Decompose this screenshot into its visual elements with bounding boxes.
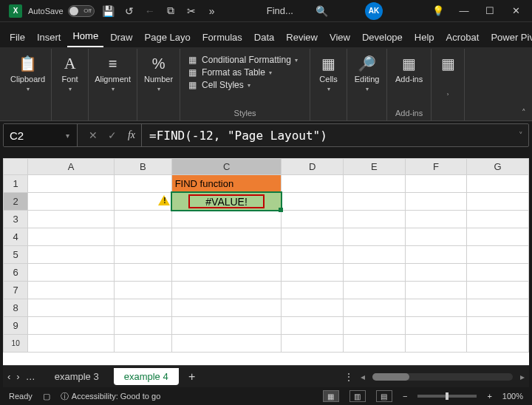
cell[interactable] bbox=[28, 264, 115, 282]
cell[interactable] bbox=[282, 175, 344, 193]
scroll-left-icon[interactable]: ◂ bbox=[361, 372, 365, 382]
cell[interactable] bbox=[114, 211, 171, 228]
cell[interactable] bbox=[282, 317, 344, 335]
clipboard-button[interactable]: 📋 Clipboard ▾ bbox=[10, 52, 45, 92]
select-all-corner[interactable] bbox=[4, 159, 28, 175]
tab-acrobat[interactable]: Acrobat bbox=[441, 27, 485, 47]
cell[interactable] bbox=[28, 211, 115, 228]
cell[interactable] bbox=[344, 228, 406, 246]
cell[interactable] bbox=[171, 299, 282, 317]
cell[interactable] bbox=[405, 282, 467, 299]
enter-formula-button[interactable]: ✓ bbox=[103, 124, 122, 146]
insert-function-button[interactable]: fx bbox=[122, 124, 141, 146]
cell[interactable] bbox=[405, 193, 467, 211]
cell[interactable] bbox=[467, 228, 529, 246]
tab-developer[interactable]: Develope bbox=[357, 27, 408, 47]
macro-record-icon[interactable]: ▢ bbox=[43, 392, 50, 401]
cell[interactable] bbox=[405, 246, 467, 264]
cell[interactable] bbox=[28, 228, 115, 246]
alignment-button[interactable]: ≡ Alignment ▾ bbox=[95, 52, 131, 92]
row-header[interactable]: 9 bbox=[4, 317, 28, 335]
cell[interactable] bbox=[467, 264, 529, 282]
cell[interactable] bbox=[171, 211, 282, 228]
formula-input[interactable]: =FIND(-12, "Page Layout") bbox=[142, 129, 514, 143]
cell[interactable] bbox=[467, 299, 529, 317]
format-as-table-button[interactable]: ▦Format as Table▾ bbox=[186, 67, 272, 78]
tab-powerpivot[interactable]: Power Piv bbox=[485, 27, 532, 47]
row-header[interactable]: 10 bbox=[4, 335, 28, 353]
font-button[interactable]: A Font ▾ bbox=[60, 52, 81, 92]
tab-home[interactable]: Home bbox=[67, 26, 103, 47]
zoom-in-button[interactable]: + bbox=[487, 392, 491, 401]
addins-button[interactable]: ▦ Add-ins bbox=[395, 52, 423, 84]
cell[interactable] bbox=[467, 317, 529, 335]
cell[interactable] bbox=[344, 299, 406, 317]
ribbon-overflow-button[interactable]: ▦ › bbox=[437, 52, 458, 98]
cell[interactable] bbox=[282, 211, 344, 228]
minimize-button[interactable]: — bbox=[457, 4, 471, 18]
cell[interactable] bbox=[344, 282, 406, 299]
cell[interactable] bbox=[467, 211, 529, 228]
col-header[interactable]: F bbox=[405, 159, 467, 175]
col-header[interactable]: B bbox=[114, 159, 171, 175]
cell[interactable] bbox=[344, 246, 406, 264]
tab-view[interactable]: View bbox=[324, 27, 355, 47]
cell[interactable] bbox=[114, 282, 171, 299]
cell[interactable] bbox=[171, 282, 282, 299]
sheet-prev-icon[interactable]: ‹ bbox=[7, 371, 10, 382]
cell[interactable] bbox=[405, 211, 467, 228]
cell[interactable] bbox=[282, 246, 344, 264]
lightbulb-icon[interactable]: 💡 bbox=[431, 4, 446, 18]
search-icon[interactable]: 🔍 bbox=[316, 5, 328, 17]
cell[interactable] bbox=[28, 335, 115, 353]
undo-icon[interactable]: ↺ bbox=[123, 5, 136, 17]
zoom-slider[interactable] bbox=[417, 395, 477, 398]
autosave-toggle[interactable]: AutoSave Off bbox=[28, 5, 95, 17]
cell-b2[interactable]: ! bbox=[114, 193, 171, 211]
cell[interactable] bbox=[171, 264, 282, 282]
cell[interactable] bbox=[282, 282, 344, 299]
qat-more-icon[interactable]: » bbox=[205, 5, 219, 17]
view-normal-button[interactable]: ▦ bbox=[323, 390, 339, 402]
cell[interactable] bbox=[467, 193, 529, 211]
zoom-out-button[interactable]: − bbox=[403, 392, 407, 401]
search-box[interactable]: Find... bbox=[267, 5, 293, 16]
cell[interactable] bbox=[344, 175, 406, 193]
cell[interactable] bbox=[114, 246, 171, 264]
chevron-down-icon[interactable]: ▾ bbox=[66, 132, 71, 140]
row-header[interactable]: 5 bbox=[4, 246, 28, 264]
editing-button[interactable]: 🔎 Editing ▾ bbox=[355, 52, 380, 92]
cell[interactable] bbox=[344, 317, 406, 335]
number-button[interactable]: % Number ▾ bbox=[144, 52, 173, 92]
cell[interactable] bbox=[28, 175, 115, 193]
cell[interactable] bbox=[171, 335, 282, 353]
cell[interactable] bbox=[282, 228, 344, 246]
sheet-next-icon[interactable]: › bbox=[16, 371, 19, 382]
tab-draw[interactable]: Draw bbox=[105, 27, 137, 47]
accessibility-status[interactable]: ⓘAccessibility: Good to go bbox=[61, 391, 160, 402]
cell[interactable] bbox=[405, 175, 467, 193]
col-header[interactable]: E bbox=[344, 159, 406, 175]
cell[interactable] bbox=[282, 299, 344, 317]
scroll-right-icon[interactable]: ▸ bbox=[520, 372, 525, 382]
collapse-ribbon-icon[interactable]: ˄ bbox=[522, 108, 526, 118]
cell[interactable] bbox=[344, 193, 406, 211]
cell[interactable] bbox=[114, 264, 171, 282]
cell[interactable] bbox=[114, 228, 171, 246]
cell[interactable] bbox=[28, 317, 115, 335]
cell[interactable] bbox=[467, 282, 529, 299]
col-header[interactable]: G bbox=[467, 159, 529, 175]
copy-icon[interactable]: ⧉ bbox=[164, 4, 177, 17]
cell[interactable] bbox=[467, 175, 529, 193]
cell[interactable] bbox=[114, 299, 171, 317]
tab-data[interactable]: Data bbox=[249, 27, 279, 47]
sheet-tab-active[interactable]: example 4 bbox=[114, 368, 179, 385]
horizontal-scrollbar[interactable] bbox=[372, 373, 513, 381]
row-header[interactable]: 8 bbox=[4, 299, 28, 317]
cell[interactable] bbox=[467, 335, 529, 353]
cell[interactable] bbox=[282, 264, 344, 282]
cell[interactable] bbox=[171, 317, 282, 335]
cell[interactable] bbox=[171, 246, 282, 264]
sheet-tab[interactable]: example 3 bbox=[44, 368, 109, 385]
name-box[interactable]: C2 ▾ bbox=[4, 124, 78, 146]
